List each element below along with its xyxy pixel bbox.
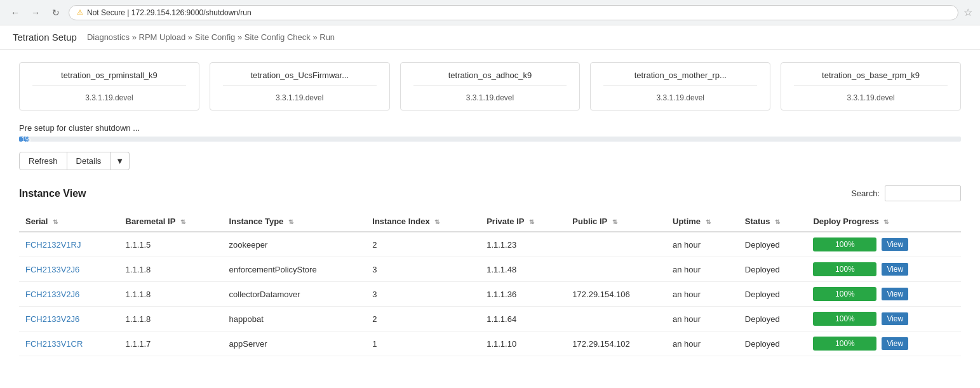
package-cards: tetration_os_rpminstall_k9 3.3.1.19.deve…	[19, 62, 961, 110]
package-version: 3.3.1.19.devel	[32, 91, 186, 102]
cell-uptime: an hour	[666, 307, 739, 331]
cell-status: Deployed	[739, 257, 807, 282]
cell-instance-index: 1	[366, 331, 480, 356]
cell-status: Deployed	[739, 307, 807, 331]
package-name: tetration_os_base_rpm_k9	[794, 70, 948, 86]
serial-link[interactable]: FCH2133V1CR	[25, 339, 83, 349]
sort-icon-status[interactable]: ⇅	[775, 218, 780, 225]
serial-link[interactable]: FCH2133V2J6	[25, 290, 79, 299]
package-name: tetration_os_mother_rp...	[603, 70, 757, 86]
cell-status: Deployed	[739, 232, 807, 257]
cell-instance-type: happobat	[223, 307, 366, 331]
col-instance-type: Instance Type ⇅	[223, 211, 366, 232]
cell-deploy-progress: 100% View	[807, 232, 961, 257]
deploy-bar: 100%	[813, 262, 876, 276]
sort-icon-serial[interactable]: ⇅	[53, 218, 58, 225]
cell-instance-index: 3	[366, 257, 480, 282]
view-button[interactable]: View	[882, 263, 908, 276]
forward-button[interactable]: →	[28, 5, 43, 20]
search-container: Search:	[851, 185, 961, 201]
cell-status: Deployed	[739, 282, 807, 307]
view-button[interactable]: View	[882, 312, 908, 325]
table-body: FCH2132V1RJ 1.1.1.5 zookeeper 2 1.1.1.23…	[19, 232, 961, 356]
address-bar[interactable]: ⚠ Not Secure | 172.29.154.126:9000/shutd…	[69, 5, 958, 20]
package-name: tetration_os_rpminstall_k9	[32, 70, 186, 86]
serial-link[interactable]: FCH2132V1RJ	[25, 240, 81, 250]
cell-serial: FCH2133V2J6	[19, 307, 119, 331]
cell-deploy-progress: 100% View	[807, 257, 961, 282]
deploy-bar-label: 100%	[835, 265, 855, 274]
sort-icon-public-ip[interactable]: ⇅	[612, 218, 617, 225]
cell-public-ip	[566, 307, 666, 331]
cell-baremetal-ip: 1.1.1.5	[119, 232, 223, 257]
cell-instance-type: enforcementPolicyStore	[223, 257, 366, 282]
cell-private-ip: 1.1.1.36	[480, 282, 566, 307]
refresh-button[interactable]: Refresh	[19, 152, 67, 170]
cell-public-ip	[566, 232, 666, 257]
cell-instance-type: appServer	[223, 331, 366, 356]
package-version: 3.3.1.19.devel	[413, 91, 567, 102]
table-row: FCH2133V1CR 1.1.1.7 appServer 1 1.1.1.10…	[19, 331, 961, 356]
col-serial: Serial ⇅	[19, 211, 119, 232]
table-header: Serial ⇅ Baremetal IP ⇅ Instance Type ⇅ …	[19, 211, 961, 232]
details-button[interactable]: Details	[67, 152, 111, 170]
sort-icon-uptime[interactable]: ⇅	[706, 218, 711, 225]
app-header: Tetration Setup Diagnostics » RPM Upload…	[0, 25, 980, 50]
col-baremetal-ip: Baremetal IP ⇅	[119, 211, 223, 232]
sort-icon-private-ip[interactable]: ⇅	[529, 218, 534, 225]
package-card: tetration_os_base_rpm_k9 3.3.1.19.devel	[781, 62, 961, 110]
back-button[interactable]: ←	[8, 5, 23, 20]
status-text: Pre setup for cluster shutdown ...	[19, 123, 961, 133]
sort-icon-deploy-progress[interactable]: ⇅	[883, 218, 889, 225]
cell-deploy-progress: 100% View	[807, 282, 961, 307]
bookmark-icon[interactable]: ☆	[963, 6, 972, 18]
col-private-ip: Private IP ⇅	[480, 211, 566, 232]
cell-baremetal-ip: 1.1.1.8	[119, 282, 223, 307]
serial-link[interactable]: FCH2133V2J6	[25, 265, 79, 274]
col-uptime: Uptime ⇅	[666, 211, 739, 232]
cell-serial: FCH2133V1CR	[19, 331, 119, 356]
instance-table: Serial ⇅ Baremetal IP ⇅ Instance Type ⇅ …	[19, 211, 961, 356]
package-card: tetration_os_mother_rp... 3.3.1.19.devel	[590, 62, 770, 110]
dropdown-button[interactable]: ▼	[111, 152, 130, 170]
cell-uptime: an hour	[666, 282, 739, 307]
view-button[interactable]: View	[882, 238, 908, 251]
sort-icon-instance-type[interactable]: ⇅	[288, 218, 293, 225]
package-version: 3.3.1.19.devel	[603, 91, 757, 102]
package-card: tetration_os_UcsFirmwar... 3.3.1.19.deve…	[210, 62, 390, 110]
view-button[interactable]: View	[882, 337, 908, 350]
package-card: tetration_os_adhoc_k9 3.3.1.19.devel	[400, 62, 581, 110]
cell-private-ip: 1.1.1.64	[480, 307, 566, 331]
deploy-bar: 100%	[813, 237, 876, 251]
cell-instance-index: 3	[366, 282, 480, 307]
cell-serial: FCH2133V2J6	[19, 282, 119, 307]
cell-uptime: an hour	[666, 331, 739, 356]
col-deploy-progress: Deploy Progress ⇅	[807, 211, 961, 232]
sort-icon-baremetal-ip[interactable]: ⇅	[180, 218, 185, 225]
instance-view-title: Instance View	[19, 188, 86, 199]
instance-view-header: Instance View Search:	[19, 185, 961, 201]
cell-public-ip: 172.29.154.106	[566, 282, 666, 307]
deploy-bar: 100%	[813, 337, 876, 351]
search-input[interactable]	[885, 185, 961, 201]
progress-bar: 1%	[19, 137, 29, 142]
reload-button[interactable]: ↻	[48, 5, 64, 20]
package-version: 3.3.1.19.devel	[794, 91, 948, 102]
view-button[interactable]: View	[882, 288, 908, 300]
app-title: Tetration Setup	[13, 32, 77, 43]
table-row: FCH2132V1RJ 1.1.1.5 zookeeper 2 1.1.1.23…	[19, 232, 961, 257]
search-label: Search:	[851, 189, 880, 198]
sort-icon-instance-index[interactable]: ⇅	[434, 218, 440, 225]
progress-label: 1%	[19, 136, 33, 143]
cell-private-ip: 1.1.1.10	[480, 331, 566, 356]
cell-private-ip: 1.1.1.23	[480, 232, 566, 257]
serial-link[interactable]: FCH2133V2J6	[25, 314, 79, 324]
cell-serial: FCH2132V1RJ	[19, 232, 119, 257]
deploy-bar-label: 100%	[835, 240, 855, 249]
main-content: tetration_os_rpminstall_k9 3.3.1.19.deve…	[0, 50, 980, 369]
cell-instance-type: zookeeper	[223, 232, 366, 257]
cell-private-ip: 1.1.1.48	[480, 257, 566, 282]
cell-serial: FCH2133V2J6	[19, 257, 119, 282]
not-secure-icon: ⚠	[77, 8, 83, 17]
cell-public-ip	[566, 257, 666, 282]
